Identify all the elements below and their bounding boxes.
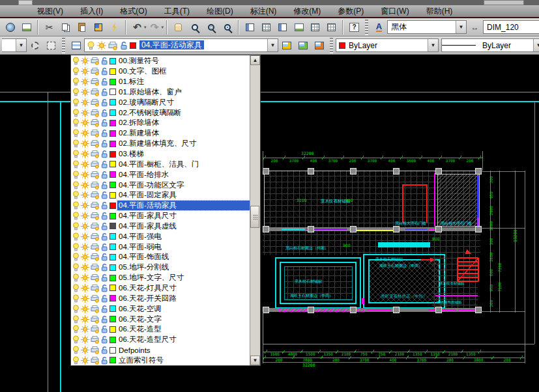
bulb-on-icon[interactable] [72,294,80,303]
unlock-icon[interactable] [101,98,108,107]
bulb-on-icon[interactable] [72,356,80,365]
bulb-on-icon[interactable] [72,129,80,137]
bulb-on-icon[interactable] [72,109,80,117]
sun-icon[interactable] [81,181,89,189]
menu-item[interactable]: 参数(P) [329,6,372,17]
layer-row[interactable]: 04.平面-活动家具 [71,201,250,211]
cut-button[interactable]: ✂ [42,20,57,35]
bulb-on-icon[interactable] [72,181,80,189]
pan-button[interactable] [171,20,186,35]
layer-row[interactable]: 05.地坪-分割线 [71,262,250,273]
sun-icon[interactable] [81,119,89,127]
plot-icon[interactable] [91,294,100,303]
bulb-on-icon[interactable] [72,139,80,148]
undo-dropdown[interactable]: ▾ [144,25,147,30]
sun-icon[interactable] [81,212,89,220]
sun-icon[interactable] [81,67,89,76]
unlock-icon[interactable] [101,284,108,292]
unlock-icon[interactable] [101,294,108,303]
sun-icon[interactable] [81,263,89,272]
redo-dropdown[interactable]: ▾ [162,25,164,30]
unlock-icon[interactable] [101,150,108,158]
sun-icon[interactable] [81,294,89,303]
plot-icon[interactable] [91,222,100,231]
unlock-icon[interactable] [101,253,108,261]
plot-icon[interactable] [91,119,100,127]
unlock-icon[interactable] [101,181,108,189]
layer-row[interactable]: 04.平面-弱电 [71,242,250,252]
layer-states-button[interactable] [44,38,59,53]
unlock-icon[interactable] [101,356,108,365]
plot-icon[interactable] [91,191,100,199]
sun-icon[interactable] [81,222,89,231]
make-object-layer-current-button[interactable] [279,38,294,53]
sun-icon[interactable] [81,356,89,365]
plot-icon[interactable] [91,243,100,251]
layer-row[interactable]: 06.天花-开关回路 [71,293,250,303]
bulb-on-icon[interactable] [72,160,80,169]
plot-icon[interactable] [91,284,100,292]
bulb-on-icon[interactable] [72,212,80,220]
layer-dropdown-list[interactable]: 00.测量符号 00.文字、图框 01.标注 [70,55,261,366]
plot-icon[interactable] [91,181,100,189]
sun-icon[interactable] [81,88,89,96]
unlock-icon[interactable] [101,201,108,210]
plot-icon[interactable] [91,253,100,261]
unlock-icon[interactable] [120,41,128,50]
layer-properties-button[interactable] [68,38,83,53]
paste-button[interactable] [74,20,89,35]
chevron-down-icon[interactable]: ▼ [16,39,26,51]
sun-icon[interactable] [81,98,89,107]
plot-icon[interactable] [91,98,100,107]
layer-row[interactable]: 06.天花-空调 [71,303,250,314]
menu-item[interactable]: 窗口(W) [372,6,417,17]
layer-translate-button[interactable] [312,38,327,53]
unlock-icon[interactable] [101,160,108,169]
plot-icon[interactable] [91,335,100,344]
unlock-icon[interactable] [101,119,108,127]
print-preview-button[interactable] [3,20,18,35]
layer-row[interactable]: 00.测量符号 [71,56,250,66]
properties-palette-button[interactable] [242,20,257,35]
bulb-on-icon[interactable] [72,253,80,261]
layer-row[interactable]: Defpoints [71,345,250,356]
redo-button[interactable]: ↷ [147,20,162,35]
sun-icon[interactable] [81,273,89,282]
unlock-icon[interactable] [101,67,108,76]
unlock-icon[interactable] [101,212,108,220]
copy-button[interactable] [58,20,73,35]
bulb-on-icon[interactable] [72,335,80,344]
menu-item[interactable]: 视图(V) [29,6,72,17]
sun-icon[interactable] [81,305,89,313]
layer-row[interactable]: 04.平面-给排水 [71,169,250,180]
layer-row[interactable]: 01.原始墙体、窗户 [71,87,250,98]
unlock-icon[interactable] [101,243,108,251]
zoom-previous-button[interactable] [220,20,235,35]
text-style-button[interactable]: A [371,20,386,35]
scroll-track[interactable] [250,65,260,356]
menu-item[interactable]: 绘图(D) [198,6,242,17]
zoom-realtime-button[interactable] [187,20,202,35]
layer-row[interactable]: 03.楼梯 [71,149,250,160]
plot-icon[interactable] [91,139,100,148]
layer-row[interactable]: 04.平面-固定家具 [71,190,250,201]
plot-icon[interactable] [91,109,100,117]
sun-icon[interactable] [81,57,89,65]
bulb-on-icon[interactable] [72,77,80,86]
chevron-down-icon[interactable]: ▼ [267,39,278,51]
layer-combo[interactable]: 04.平面-活动家具 ▼ [84,38,278,52]
bulb-on-icon[interactable] [72,315,80,324]
sun-icon[interactable] [81,171,89,179]
unlock-icon[interactable] [101,129,108,137]
sun-icon[interactable] [81,191,89,199]
undo-button[interactable]: ↶ [130,20,145,35]
tool-palettes-button[interactable] [275,20,290,35]
menu-item[interactable]: 帮助(H) [418,6,461,17]
color-combo[interactable]: ByLayer ▼ [336,38,439,52]
markup-button[interactable] [308,20,323,35]
bulb-on-icon[interactable] [72,243,80,251]
sun-icon[interactable] [81,77,89,86]
bulb-on-icon[interactable] [72,201,80,210]
plot-icon[interactable] [91,356,100,365]
sun-icon[interactable] [81,150,89,158]
